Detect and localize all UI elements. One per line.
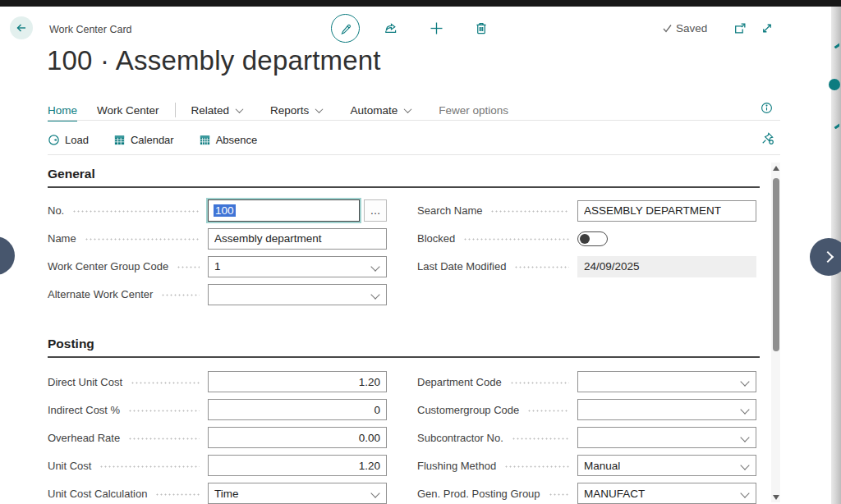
subcontractor-no-select[interactable] <box>577 427 756 448</box>
search-name-input[interactable] <box>577 200 756 222</box>
dotted-leader <box>85 238 200 241</box>
side-pane-icon-fragment <box>829 79 840 90</box>
trash-icon <box>474 21 489 35</box>
work-center-group-code-label: Work Center Group Code <box>48 260 168 273</box>
unit-cost-calculation-select[interactable]: Time <box>208 483 387 504</box>
dotted-leader <box>527 410 569 412</box>
scroll-down-arrow-icon[interactable] <box>773 495 779 500</box>
direct-unit-cost-input[interactable] <box>208 371 387 392</box>
fullscreen-button[interactable] <box>760 21 774 35</box>
info-button[interactable] <box>761 102 773 114</box>
tab-automate[interactable]: Automate <box>350 104 411 117</box>
direct-unit-cost-label: Direct Unit Cost <box>48 376 122 388</box>
department-code-select[interactable] <box>577 371 756 392</box>
no-input[interactable]: 100 <box>208 199 360 222</box>
unit-cost-calculation-label: Unit Cost Calculation <box>48 488 147 500</box>
general-section-rule <box>48 186 760 188</box>
alternate-work-center-label: Alternate Work Center <box>48 288 153 300</box>
alternate-work-center-select[interactable] <box>208 284 387 305</box>
absence-action[interactable]: Absence <box>199 134 258 146</box>
pin-button[interactable] <box>761 131 774 145</box>
field-customergroup-code: Customergroup Code <box>417 399 756 420</box>
open-in-window-icon <box>733 21 747 35</box>
menu-divider-line <box>48 120 780 121</box>
dotted-leader <box>177 266 200 268</box>
field-unit-cost: Unit Cost <box>48 455 387 476</box>
chevron-down-icon <box>740 460 749 470</box>
action-divider-line <box>48 154 780 155</box>
general-section-title[interactable]: General <box>48 167 95 181</box>
chevron-down-icon <box>740 488 749 497</box>
no-lookup-button[interactable]: … <box>364 199 387 222</box>
blocked-toggle[interactable] <box>577 231 608 246</box>
customergroup-code-select[interactable] <box>577 399 756 420</box>
blocked-label: Blocked <box>417 232 455 245</box>
delete-button[interactable] <box>474 21 489 35</box>
posting-left-column: Direct Unit Cost Indirect Cost % Overhea… <box>48 371 387 504</box>
field-last-date-modified: Last Date Modified 24/09/2025 <box>417 255 756 277</box>
name-label: Name <box>48 232 76 245</box>
dotted-leader <box>72 210 200 213</box>
chevron-down-icon <box>315 105 324 113</box>
scroll-up-arrow-icon[interactable] <box>773 166 779 171</box>
next-record-button[interactable] <box>810 238 841 276</box>
subcontractor-no-label: Subcontractor No. <box>417 432 503 444</box>
last-date-modified-label: Last Date Modified <box>417 260 506 273</box>
chevron-down-icon <box>236 105 244 113</box>
unit-cost-input[interactable] <box>208 455 387 476</box>
unit-cost-label: Unit Cost <box>48 460 91 472</box>
absence-calendar-icon <box>199 134 211 146</box>
dotted-leader <box>512 438 569 440</box>
tab-fewer-options[interactable]: Fewer options <box>439 104 508 117</box>
indirect-cost-pct-input[interactable] <box>208 399 387 420</box>
field-department-code: Department Code <box>417 371 756 392</box>
dotted-leader <box>128 438 200 440</box>
pencil-icon <box>339 22 352 35</box>
edit-button[interactable] <box>331 14 360 43</box>
field-work-center-group-code: Work Center Group Code 1 <box>48 255 387 277</box>
new-button[interactable] <box>429 21 444 36</box>
share-button[interactable] <box>384 21 399 35</box>
overhead-rate-input[interactable] <box>208 427 387 448</box>
dotted-leader <box>131 382 200 384</box>
general-right-column: Search Name Blocked Last Date Modified 2… <box>417 199 756 283</box>
share-icon <box>384 21 399 35</box>
field-name: Name <box>48 227 387 250</box>
field-no: No. 100 … <box>48 199 387 222</box>
department-code-label: Department Code <box>417 376 502 388</box>
scrollbar-thumb[interactable] <box>773 178 779 351</box>
calendar-action[interactable]: Calendar <box>113 134 174 146</box>
name-input[interactable] <box>208 228 387 250</box>
back-button[interactable] <box>10 16 33 39</box>
load-action[interactable]: Load <box>48 134 89 146</box>
tab-reports[interactable]: Reports <box>270 104 322 117</box>
select-value: 1 <box>214 260 221 273</box>
field-gen-prod-posting-group: Gen. Prod. Posting Group MANUFACT <box>417 483 756 504</box>
flushing-method-select[interactable]: Manual <box>577 455 756 476</box>
dotted-leader <box>463 238 569 241</box>
action-bar: Load Calendar <box>48 131 282 149</box>
dotted-leader <box>510 382 569 384</box>
field-flushing-method: Flushing Method Manual <box>417 455 756 476</box>
menu-divider <box>175 103 176 117</box>
tab-work-center[interactable]: Work Center <box>97 104 159 117</box>
chevron-down-icon <box>370 290 379 299</box>
tab-home[interactable]: Home <box>48 104 77 117</box>
posting-section-title[interactable]: Posting <box>48 337 94 351</box>
posting-section-rule <box>48 356 760 358</box>
pushpin-icon <box>761 131 774 145</box>
plus-icon <box>429 21 444 36</box>
chevron-down-icon <box>740 405 749 414</box>
previous-record-button[interactable] <box>0 236 15 275</box>
posting-right-column: Department Code Customergroup Code Subco… <box>417 371 756 504</box>
gen-prod-posting-group-select[interactable]: MANUFACT <box>577 483 756 504</box>
tab-related[interactable]: Related <box>191 104 243 117</box>
work-center-group-code-select[interactable]: 1 <box>208 256 387 277</box>
gen-prod-posting-group-label: Gen. Prod. Posting Group <box>417 488 540 500</box>
customergroup-code-label: Customergroup Code <box>417 404 519 416</box>
field-unit-cost-calculation: Unit Cost Calculation Time <box>48 483 387 504</box>
save-status-label: Saved <box>676 22 707 34</box>
open-in-window-button[interactable] <box>733 21 747 35</box>
dotted-leader <box>161 294 200 296</box>
flushing-method-label: Flushing Method <box>417 460 496 472</box>
